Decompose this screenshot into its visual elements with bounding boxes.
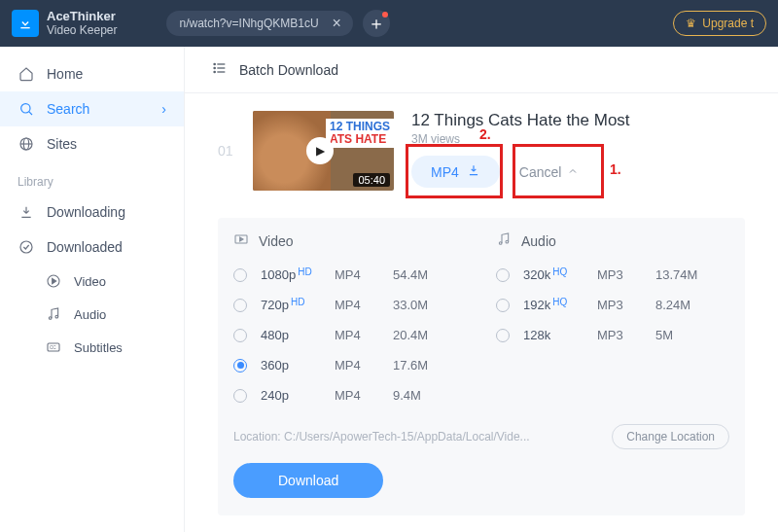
home-icon	[18, 65, 35, 83]
main-content: Batch Download 01 12 THINGS ATS HATE ▶ 0…	[185, 47, 778, 532]
format-row[interactable]: 720pHDMP433.0M	[233, 290, 457, 320]
chevron-right-icon: ›	[161, 101, 166, 117]
thumbnail-overlay-text: 12 THINGS ATS HATE	[326, 119, 394, 148]
brand-product: Video Keeper	[47, 24, 118, 37]
audio-format-list: 320kHQMP313.74M192kHQMP38.24M128kMP35M	[496, 260, 720, 410]
svg-marker-8	[53, 278, 56, 283]
size-cell: 9.4M	[393, 388, 451, 403]
format-cell: MP4	[335, 388, 393, 403]
sidebar-item-label: Sites	[47, 136, 77, 152]
svg-line-2	[29, 112, 32, 115]
svg-point-6	[20, 241, 32, 253]
svg-point-16	[214, 63, 215, 64]
url-text: n/watch?v=INhgQKMB1cU	[180, 17, 319, 30]
radio-button[interactable]	[496, 268, 510, 282]
format-row[interactable]: 1080pHDMP454.4M	[233, 260, 457, 290]
video-thumbnail[interactable]: 12 THINGS ATS HATE ▶ 05:40	[253, 111, 394, 191]
svg-text:CC: CC	[50, 345, 56, 350]
location-text: Location: C:/Users/ApowerTech-15/AppData…	[233, 430, 530, 443]
add-url-button[interactable]: ＋	[363, 10, 390, 37]
sidebar-subitem-audio[interactable]: Audio	[0, 298, 184, 331]
format-cell: MP4	[335, 358, 393, 372]
svg-point-10	[55, 315, 58, 318]
radio-button[interactable]	[233, 359, 247, 372]
svg-point-17	[214, 67, 215, 68]
audio-column-header: Audio	[496, 231, 720, 250]
format-cell: MP4	[335, 267, 393, 282]
sidebar-subitem-video[interactable]: Video	[0, 265, 184, 298]
item-index: 01	[218, 143, 235, 159]
upgrade-label: Upgrade t	[702, 17, 754, 30]
sidebar-item-label: Video	[74, 274, 106, 289]
video-format-list: 1080pHDMP454.4M720pHDMP433.0M480pMP420.4…	[233, 260, 457, 410]
format-row[interactable]: 360pMP417.6M	[233, 350, 457, 380]
app-header: AceThinker Video Keeper n/watch?v=INhgQK…	[0, 0, 778, 47]
cancel-button[interactable]: Cancel	[513, 157, 585, 188]
radio-button[interactable]	[233, 389, 247, 403]
sites-icon	[18, 135, 35, 153]
change-location-button[interactable]: Change Location	[612, 424, 729, 449]
sidebar-item-search[interactable]: Search›	[0, 91, 184, 126]
radio-button[interactable]	[233, 299, 247, 312]
size-cell: 8.24M	[655, 298, 714, 312]
video-views: 3M views	[411, 132, 745, 146]
cc-icon: CC	[45, 338, 62, 356]
sidebar-item-label: Downloading	[47, 204, 125, 220]
format-panel: Video Audio 1080pHDMP454.4M720pHDMP433.0…	[218, 218, 745, 515]
library-heading: Library	[0, 161, 184, 195]
format-row[interactable]: 480pMP420.4M	[233, 320, 457, 350]
svg-marker-20	[240, 237, 243, 241]
brand-name: AceThinker	[47, 10, 118, 23]
chevron-up-icon	[567, 164, 579, 180]
batch-label: Batch Download	[239, 62, 338, 78]
size-cell: 54.4M	[393, 267, 451, 282]
batch-download-bar[interactable]: Batch Download	[185, 47, 778, 93]
video-icon	[233, 231, 249, 250]
size-cell: 20.4M	[393, 328, 451, 342]
radio-button[interactable]	[233, 329, 247, 342]
sidebar-subitem-subtitles[interactable]: CCSubtitles	[0, 331, 184, 364]
sidebar-item-label: Subtitles	[74, 340, 123, 355]
format-row[interactable]: 192kHQMP38.24M	[496, 290, 720, 320]
sidebar-item-sites[interactable]: Sites	[0, 126, 184, 161]
upgrade-button[interactable]: ♛ Upgrade t	[673, 11, 766, 36]
format-cell: MP4	[335, 298, 393, 312]
format-row[interactable]: 128kMP35M	[496, 320, 720, 350]
radio-button[interactable]	[496, 299, 510, 312]
svg-point-22	[506, 240, 509, 243]
download-icon	[467, 163, 480, 180]
format-row[interactable]: 240pMP49.4M	[233, 380, 457, 410]
svg-point-1	[21, 104, 30, 113]
quality-cell: 192kHQ	[523, 298, 597, 312]
radio-button[interactable]	[233, 268, 247, 282]
download-button[interactable]: Download	[233, 463, 383, 498]
url-pill[interactable]: n/watch?v=INhgQKMB1cU ×	[166, 11, 353, 36]
sidebar-item-label: Search	[47, 101, 89, 117]
svg-rect-0	[20, 27, 29, 28]
quality-cell: 480p	[261, 328, 335, 342]
format-cell: MP3	[597, 298, 655, 312]
sidebar-item-downloaded[interactable]: Downloaded	[0, 230, 184, 265]
crown-icon: ♛	[686, 17, 696, 30]
format-cell: MP4	[335, 328, 393, 342]
sidebar-item-downloading[interactable]: Downloading	[0, 195, 184, 230]
quality-cell: 240p	[261, 388, 335, 403]
svg-point-18	[214, 71, 215, 72]
sidebar-item-label: Downloaded	[47, 239, 123, 255]
quality-cell: 320kHQ	[523, 267, 597, 282]
sidebar-item-home[interactable]: Home	[0, 56, 184, 91]
downloaded-icon	[18, 238, 35, 256]
play-icon: ▶	[306, 137, 334, 164]
radio-button[interactable]	[496, 329, 510, 342]
video-column-header: Video	[233, 231, 457, 250]
mp4-label: MP4	[431, 164, 459, 180]
size-cell: 17.6M	[393, 358, 451, 372]
quality-cell: 360p	[261, 358, 335, 372]
format-cell: MP3	[597, 328, 655, 342]
format-row[interactable]: 320kHQMP313.74M	[496, 260, 720, 290]
list-icon	[212, 60, 228, 79]
close-icon[interactable]: ×	[329, 15, 345, 32]
annotation-2: 2.	[479, 126, 491, 142]
mp4-download-button[interactable]: MP4	[411, 156, 500, 188]
annotation-1: 1.	[610, 161, 621, 177]
